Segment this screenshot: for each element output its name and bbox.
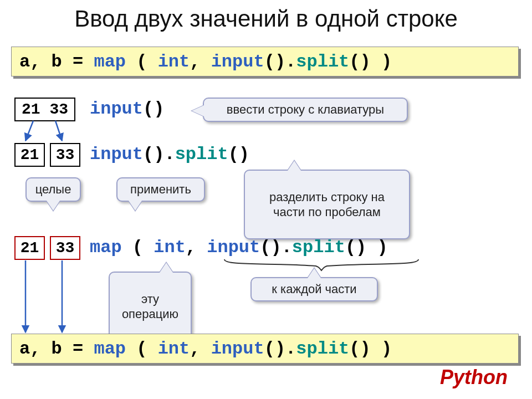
callout-each-part-text: к каждой части — [272, 282, 356, 296]
value-box-row3-a: 21 — [14, 236, 45, 260]
code-row2: input().split() — [90, 144, 249, 165]
code-lhs: a, b = — [19, 52, 94, 72]
code-paren2-2: () ) — [349, 339, 392, 359]
code-row3-comma: , — [186, 237, 207, 258]
code-row2-input: input — [90, 144, 143, 165]
code-row1-input: input — [90, 99, 143, 119]
code-row3-lp: ( — [122, 237, 154, 258]
code-row2-split: split — [175, 144, 228, 165]
code-row2-paren1: (). — [143, 144, 175, 165]
code-lhs-2: a, b = — [19, 339, 94, 359]
callout-apply-text: применить — [130, 182, 191, 196]
code-map-2: map — [94, 339, 126, 359]
code-bar-top: a, b = map ( int, input().split() ) — [11, 47, 519, 76]
code-paren1: (). — [264, 52, 296, 72]
code-row3-input: input — [207, 237, 260, 258]
code-map: map — [94, 52, 126, 72]
callout-tail — [192, 105, 204, 116]
callout-operation: эту операцию — [109, 272, 192, 341]
code-row1: input() — [90, 99, 164, 119]
callout-tail — [160, 263, 173, 273]
code-paren1-2: (). — [264, 339, 296, 359]
page-title: Ввод двух значений в одной строке — [0, 6, 532, 32]
code-lparen-2: ( — [126, 339, 158, 359]
code-row3-split: split — [292, 237, 345, 258]
callout-split: разделить строку на части по пробелам — [244, 170, 410, 239]
code-split: split — [296, 52, 349, 72]
code-row3-int: int — [154, 237, 186, 258]
code-split-2: split — [296, 339, 349, 359]
value-box-row1: 21 33 — [14, 98, 75, 121]
python-label: Python — [440, 366, 508, 389]
callout-tail — [47, 201, 60, 211]
value-box-row2-a: 21 — [14, 143, 45, 167]
code-comma: , — [190, 52, 211, 72]
callout-ints: целые — [25, 177, 81, 202]
code-row1-paren: () — [143, 99, 164, 119]
code-paren2: () ) — [349, 52, 392, 72]
code-row2-paren2: () — [228, 144, 249, 165]
callout-each-part: к каждой части — [250, 277, 378, 301]
code-lparen: ( — [126, 52, 158, 72]
value-box-row3-b: 33 — [50, 236, 80, 260]
code-row3-paren2: () ) — [345, 237, 388, 258]
callout-split-text: разделить строку на части по пробелам — [269, 190, 385, 219]
callout-keyboard-text: ввести строку с клавиатуры — [227, 103, 384, 116]
code-row3-paren1: (). — [260, 237, 292, 258]
code-row3-map: map — [90, 237, 122, 258]
code-input-2: input — [211, 339, 264, 359]
callout-tail — [288, 161, 301, 171]
code-bar-bottom: a, b = map ( int, input().split() ) — [11, 334, 519, 364]
slide: Ввод двух значений в одной строке a, b =… — [0, 0, 532, 399]
callout-tail — [129, 201, 142, 211]
callout-ints-text: целые — [35, 182, 71, 196]
callout-tail — [308, 268, 321, 278]
code-comma-2: , — [190, 339, 211, 359]
code-int: int — [158, 52, 190, 72]
code-input: input — [211, 52, 264, 72]
callout-keyboard: ввести строку с клавиатуры — [203, 98, 408, 122]
code-row3: map ( int, input().split() ) — [90, 237, 388, 258]
code-int-2: int — [158, 339, 190, 359]
value-box-row2-b: 33 — [50, 143, 80, 167]
callout-apply: применить — [116, 177, 205, 202]
underbrace-icon — [222, 257, 421, 274]
callout-operation-text: эту операцию — [122, 292, 178, 321]
